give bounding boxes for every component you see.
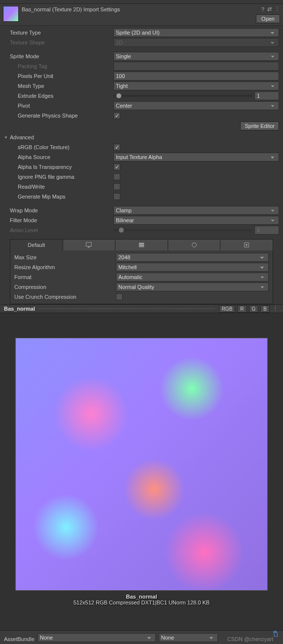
channel-g-button[interactable]: G	[249, 305, 259, 313]
filter-select[interactable]: Bilinear	[113, 216, 279, 225]
alpha-trans-label: Alpha Is Transparency	[4, 164, 113, 170]
svg-point-5	[192, 243, 196, 247]
maxsize-select[interactable]: 2048	[116, 253, 269, 262]
compression-label: Compression	[14, 284, 116, 290]
extrude-label: Extrude Edges	[4, 93, 113, 99]
ignore-png-label: Ignore PNG file gamma	[4, 174, 113, 180]
watermark: CSDN @chenzyart	[227, 636, 273, 642]
mipmaps-label: Generate Mip Maps	[4, 194, 113, 200]
preset-icon[interactable]: ⇄	[267, 6, 272, 12]
preview-caption-info: 512x512 RGB Compressed DXT1|BC1 UNorm 12…	[73, 600, 210, 605]
preview-divider	[39, 308, 215, 309]
packing-tag-label: Packing Tag	[4, 63, 113, 69]
webgl-icon	[243, 242, 250, 248]
tab-standalone[interactable]	[63, 240, 116, 250]
svg-rect-0	[86, 242, 92, 246]
preview-menu-icon[interactable]: ⋮	[272, 306, 279, 312]
svg-rect-4	[139, 246, 144, 247]
footer: 🏷 AssetBundle None None CSDN @chenzyart	[0, 630, 283, 644]
tab-default[interactable]: Default	[10, 240, 63, 250]
ppu-input[interactable]	[113, 72, 279, 80]
wrap-label: Wrap Mode	[4, 207, 113, 213]
compression-select[interactable]: Normal Quality	[116, 282, 269, 291]
help-icon[interactable]: ?	[261, 6, 264, 12]
preview-area: Bas_normal 512x512 RGB Compressed DXT1|B…	[0, 313, 283, 630]
open-button[interactable]: Open	[256, 14, 280, 23]
format-label: Format	[14, 274, 116, 280]
tab-android[interactable]	[168, 240, 221, 250]
readwrite-checkbox[interactable]	[113, 183, 120, 190]
filter-label: Filter Mode	[4, 217, 113, 223]
asset-header: Bas_normal (Texture 2D) Import Settings …	[0, 4, 283, 26]
preview-image	[15, 338, 268, 591]
gen-physics-label: Generate Physics Shape	[4, 113, 113, 119]
advanced-label: Advanced	[10, 134, 34, 140]
menu-icon[interactable]: ⋮	[275, 6, 280, 12]
texture-shape-label: Texture Shape	[4, 40, 113, 45]
srgb-label: sRGB (Color Texture)	[4, 144, 113, 150]
gen-physics-checkbox[interactable]	[113, 112, 120, 119]
ppu-label: Pixels Per Unit	[4, 73, 113, 79]
platform-tabs: Default	[10, 239, 273, 250]
mesh-type-label: Mesh Type	[4, 83, 113, 89]
ignore-png-checkbox[interactable]	[113, 173, 120, 180]
monitor-icon	[85, 242, 92, 248]
preview-name: Bas_normal	[4, 306, 35, 312]
alpha-trans-checkbox[interactable]	[113, 163, 120, 170]
extrude-slider[interactable]	[113, 95, 252, 97]
server-icon	[138, 242, 145, 248]
svg-rect-2	[139, 243, 144, 244]
resize-select[interactable]: Mitchell	[116, 263, 269, 272]
assetbundle-select[interactable]: None	[37, 633, 156, 642]
aniso-slider	[113, 229, 252, 231]
resize-label: Resize Algorithm	[14, 264, 116, 270]
channel-r-button[interactable]: R	[237, 305, 247, 313]
aniso-value: 1	[254, 226, 279, 235]
readwrite-label: Read/Write	[4, 184, 113, 190]
preview-header: Bas_normal RGB R G B ⋮	[0, 304, 283, 313]
pivot-select[interactable]: Center	[113, 101, 279, 110]
channel-b-button[interactable]: B	[260, 305, 270, 313]
wrap-select[interactable]: Clamp	[113, 206, 279, 215]
preview-caption-name: Bas_normal	[73, 594, 210, 600]
aniso-label: Aniso Level	[4, 227, 113, 233]
advanced-foldout[interactable]: Advanced	[4, 132, 279, 142]
crunch-label: Use Crunch Compression	[14, 294, 116, 300]
pivot-label: Pivot	[4, 103, 113, 109]
alpha-source-label: Alpha Source	[4, 154, 113, 160]
sprite-mode-label: Sprite Mode	[4, 53, 113, 59]
channel-rgb-button[interactable]: RGB	[219, 305, 236, 313]
alpha-source-select[interactable]: Input Texture Alpha	[113, 153, 279, 161]
mipmaps-checkbox[interactable]	[113, 193, 120, 200]
inspector-tab-header	[0, 0, 283, 4]
svg-point-9	[246, 244, 248, 246]
maxsize-label: Max Size	[14, 254, 116, 260]
srgb-checkbox[interactable]	[113, 144, 120, 151]
tab-webgl[interactable]	[220, 240, 273, 250]
tab-server[interactable]	[115, 240, 168, 250]
mesh-type-select[interactable]: Tight	[113, 81, 279, 90]
sprite-editor-button[interactable]: Sprite Editor	[240, 121, 279, 130]
format-select[interactable]: Automatic	[116, 273, 269, 282]
asset-title: Bas_normal (Texture 2D) Import Settings	[22, 6, 256, 12]
texture-type-label: Texture Type	[4, 30, 113, 36]
crunch-checkbox[interactable]	[116, 293, 123, 300]
assetbundle-label: AssetBundle	[4, 636, 35, 642]
texture-type-select[interactable]: Sprite (2D and UI)	[113, 28, 279, 37]
packing-tag-input	[113, 62, 279, 71]
texture-shape-select: 2D	[113, 38, 279, 47]
assetbundle-variant-select[interactable]: None	[159, 633, 218, 642]
asset-thumbnail	[3, 6, 19, 22]
sprite-mode-select[interactable]: Single	[113, 52, 279, 61]
svg-rect-1	[88, 247, 90, 248]
svg-rect-3	[139, 244, 144, 246]
android-icon	[191, 242, 198, 248]
extrude-value[interactable]: 1	[254, 91, 279, 100]
